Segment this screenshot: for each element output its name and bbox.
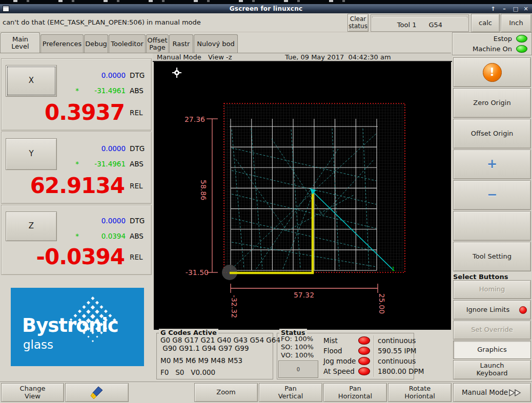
axis-z-button[interactable]: Z <box>6 211 57 241</box>
tab-debug[interactable]: Debug <box>84 34 108 53</box>
tab-main-level[interactable]: Main Level <box>1 32 40 53</box>
jog-mode-value: continuous <box>378 357 416 365</box>
rotate-horizontal-button[interactable]: Rotate Horiontal <box>388 383 452 402</box>
gcodes-title: G Codes Active <box>159 329 218 336</box>
zoom-button[interactable]: Zoom <box>194 383 258 402</box>
svg-text:-32.32: -32.32 <box>230 295 238 318</box>
ignore-limits-label: Ignore Limits <box>459 306 517 314</box>
svg-text:-31.50: -31.50 <box>186 268 209 277</box>
warning-icon: ! <box>483 63 502 82</box>
clear-status-button[interactable]: Clear status <box>347 14 369 32</box>
svg-text:58.86: 58.86 <box>199 180 208 200</box>
axis-x-button[interactable]: X <box>6 65 57 97</box>
minus-icon: − <box>487 188 497 202</box>
at-speed-led[interactable] <box>358 367 370 375</box>
calc-button[interactable]: calc <box>471 14 500 32</box>
spindle-speed-value: 0 <box>297 367 300 372</box>
pan-vertical-button[interactable]: Pan Vertical <box>259 383 322 402</box>
flood-label: Flood <box>323 347 342 355</box>
status-frame: Status FO: 100% SO: 100% VO: 100% 0 Mist… <box>277 333 414 379</box>
flood-value: 590.55 IPM <box>378 347 416 355</box>
gcodes-line2: G90 G91.1 G94 G97 G99 <box>160 344 249 352</box>
tab-offset-page[interactable]: Offset Page <box>146 34 169 53</box>
y-rel-value: 62.9134 <box>30 173 125 198</box>
gscreen-window: Gscreen for linuxcnc ↑ – □ ✕ can't do th… <box>0 0 532 403</box>
velocity-override: VO: 100% <box>281 351 314 359</box>
z-rel-value: -0.0394 <box>36 244 125 269</box>
tool-setting-button[interactable]: Tool Setting <box>453 242 531 271</box>
close-icon[interactable]: ✕ <box>521 4 531 13</box>
z-abs-value: 0.0394 <box>59 232 126 240</box>
z-dtg-value: 0.0000 <box>59 217 126 225</box>
line-number-marker: 1 <box>392 266 395 272</box>
toolbar-spacer <box>130 383 193 402</box>
gcodes-frame: G Codes Active G0 G8 G17 G21 G40 G43 G54… <box>156 333 273 379</box>
axis-y-button[interactable]: Y <box>6 138 57 170</box>
ignore-limits-button[interactable]: Ignore Limits <box>453 300 531 320</box>
gremlin-preview[interactable]: 1 27.36 58.86 -31.50 57.32 -32.32 25.00 <box>154 62 451 330</box>
jog-mode-led[interactable] <box>358 357 370 365</box>
machine-on-led[interactable] <box>516 45 527 53</box>
set-override-button[interactable]: Set Override <box>453 321 531 340</box>
svg-text:25.00: 25.00 <box>378 293 386 314</box>
pan-horizontal-button[interactable]: Pan Horizontal <box>323 383 387 402</box>
bottom-toolbar: Change View Zoom Pan Vertical Pan Horizo… <box>0 381 532 403</box>
warning-button[interactable]: ! <box>453 57 531 87</box>
logo-panel: Bystronic glass <box>1 276 152 381</box>
mist-led[interactable] <box>358 336 370 345</box>
logo-brand-text: Bystronic <box>22 314 118 336</box>
y-abs-label: ABS <box>130 160 147 168</box>
mode-cycle-button[interactable]: Manual Mode <box>453 383 531 402</box>
z-dtg-label: DTG <box>130 217 147 225</box>
minimize-icon[interactable]: – <box>499 4 509 13</box>
notebook-tabs: Main Level Preferences Debug Tooleditor … <box>0 32 451 53</box>
mist-value: continuous <box>378 336 416 345</box>
jog-increment-minus-button[interactable]: − <box>453 180 531 210</box>
x-dtg-value: 0.0000 <box>59 71 126 79</box>
flood-led[interactable] <box>358 347 370 355</box>
change-view-button[interactable]: Change View <box>1 383 64 402</box>
z-rel-label: REL <box>130 253 147 261</box>
toolpath-plot: 1 27.36 58.86 -31.50 57.32 -32.32 25.00 <box>154 62 451 330</box>
origin-marker-icon <box>172 68 181 78</box>
plus-icon: + <box>487 157 497 172</box>
y-abs-value: -31.4961 <box>59 160 126 168</box>
clear-plot-button[interactable] <box>65 383 129 402</box>
graphics-button[interactable]: Graphics <box>453 341 531 359</box>
tab-nulovy-bod[interactable]: Nulový bod <box>194 34 238 53</box>
maximize-icon[interactable]: □ <box>510 4 521 13</box>
x-rel-label: REL <box>130 109 147 117</box>
launch-keyboard-button[interactable]: Launch Keyboard <box>453 360 531 379</box>
mist-label: Mist <box>323 336 338 345</box>
tab-rastr[interactable]: Rastr <box>169 34 193 53</box>
y-dtg-value: 0.0000 <box>59 144 126 153</box>
error-message: can't do that (EMC_TASK_PLAN_OPEN:506) i… <box>3 18 201 26</box>
x-abs-value: -31.4961 <box>59 87 126 95</box>
homing-button[interactable]: Homing <box>453 280 531 299</box>
datetime-indicator: Tue, 09 May 2017 04:42:30 am <box>285 53 391 61</box>
wcs-label: G54 <box>423 21 449 29</box>
background-window-strip <box>0 0 532 4</box>
preview-header: Manual Mode View -z Tue, 09 May 2017 04:… <box>153 53 452 62</box>
offset-origin-button[interactable]: Offset Origin <box>453 119 531 149</box>
tab-tooleditor[interactable]: Tooleditor <box>109 34 146 53</box>
z-abs-label: ABS <box>130 232 147 240</box>
select-buttons-title: Select Buttons <box>453 273 531 281</box>
logo-sub-text: glass <box>23 338 53 351</box>
y-rel-label: REL <box>130 182 147 190</box>
blank-button[interactable] <box>453 211 531 241</box>
shade-icon[interactable]: ↑ <box>488 4 498 13</box>
dro-frame-z: Z 0.0000 DTG * 0.0394 ABS -0.0394 REL <box>1 205 152 275</box>
mcodes-line: M0 M5 M6 M9 M48 M53 <box>160 356 242 365</box>
units-button[interactable]: Inch <box>501 14 531 32</box>
gcodes-line1: G0 G8 G17 G21 G40 G43 G54 G64 <box>160 336 280 344</box>
estop-led[interactable] <box>516 35 527 43</box>
dro-frame-x: X 0.0000 DTG * -31.4961 ABS 0.3937 REL <box>1 58 152 131</box>
zero-origin-button[interactable]: Zero Origin <box>453 88 531 118</box>
tool-number: Tool 1 <box>391 21 423 29</box>
estop-label: Estop <box>494 35 512 43</box>
jog-increment-plus-button[interactable]: + <box>453 150 531 179</box>
x-rel-value: 0.3937 <box>45 100 125 125</box>
tab-preferences[interactable]: Preferences <box>40 34 84 53</box>
svg-text:27.36: 27.36 <box>185 115 205 123</box>
